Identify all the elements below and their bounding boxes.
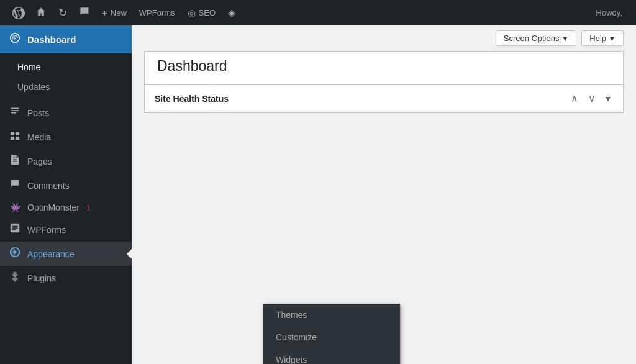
home-icon bbox=[36, 7, 46, 19]
optinmonster-badge: 1 bbox=[87, 204, 91, 211]
site-health-widget: Site Health Status ∧ ∨ ▾ bbox=[145, 84, 623, 112]
adminbar-howdy: Howdy, bbox=[590, 8, 629, 17]
submenu-item-themes[interactable]: Themes bbox=[263, 304, 400, 326]
appearance-submenu: Themes Customize Widgets Menus Backgroun… bbox=[263, 304, 400, 364]
help-arrow-icon: ▼ bbox=[609, 35, 616, 42]
widget-collapse-down-button[interactable]: ∨ bbox=[586, 91, 598, 106]
sidebar-item-posts[interactable]: Posts bbox=[0, 101, 132, 125]
optinmonster-icon: 👾 bbox=[9, 202, 21, 212]
sidebar-item-updates[interactable]: Updates bbox=[0, 77, 132, 97]
adminbar-seo-label: SEO bbox=[199, 8, 216, 17]
page-title: Dashboard bbox=[145, 52, 623, 84]
svg-point-6 bbox=[13, 250, 16, 253]
adminbar-schema[interactable]: ◈ bbox=[222, 0, 242, 25]
widget-controls: ∧ ∨ ▾ bbox=[568, 91, 613, 106]
sidebar-dashboard-label: Dashboard bbox=[27, 34, 76, 45]
widget-collapse-up-button[interactable]: ∧ bbox=[568, 91, 581, 106]
posts-icon bbox=[9, 106, 21, 120]
sidebar-posts-label: Posts bbox=[27, 108, 49, 118]
admin-bar: ↻ + New WPForms ◎ SEO ◈ Howdy, bbox=[0, 0, 636, 25]
sidebar-optinmonster-label: OptinMonster bbox=[27, 202, 80, 212]
pages-icon bbox=[9, 154, 21, 168]
sidebar-item-wpforms[interactable]: WPForms bbox=[0, 217, 132, 242]
adminbar-wpforms-label: WPForms bbox=[139, 8, 175, 17]
dashboard-card: Dashboard Site Health Status ∧ ∨ ▾ bbox=[144, 51, 624, 113]
submenu-item-widgets[interactable]: Widgets bbox=[263, 348, 400, 364]
widget-settings-button[interactable]: ▾ bbox=[603, 91, 613, 106]
sidebar: Dashboard Home Updates Posts Media bbox=[0, 25, 132, 364]
screen-options-arrow-icon: ▼ bbox=[561, 35, 568, 42]
adminbar-updates[interactable]: ↻ bbox=[52, 0, 73, 25]
adminbar-wpforms[interactable]: WPForms bbox=[133, 0, 181, 25]
appearance-icon bbox=[9, 247, 21, 261]
sidebar-pages-label: Pages bbox=[27, 157, 52, 166]
sidebar-media-label: Media bbox=[27, 132, 51, 142]
screen-options-label: Screen Options bbox=[504, 34, 560, 43]
plugins-icon bbox=[9, 271, 21, 285]
sidebar-item-plugins[interactable]: Plugins bbox=[0, 266, 132, 290]
sidebar-item-appearance[interactable]: Appearance bbox=[0, 242, 132, 266]
dropdown-arrow-icon: ▾ bbox=[606, 93, 611, 104]
sidebar-plugins-label: Plugins bbox=[27, 273, 56, 283]
dashboard-icon bbox=[9, 32, 21, 47]
sidebar-item-dashboard[interactable]: Dashboard bbox=[0, 25, 132, 53]
plus-icon: + bbox=[102, 7, 107, 18]
sidebar-comments-label: Comments bbox=[27, 181, 70, 191]
seo-icon: ◎ bbox=[188, 7, 196, 19]
svg-rect-1 bbox=[16, 132, 19, 135]
layout: Dashboard Home Updates Posts Media bbox=[0, 25, 636, 364]
main-content: Screen Options ▼ Help ▼ Dashboard Site H… bbox=[132, 25, 636, 364]
updates-icon: ↻ bbox=[58, 6, 67, 19]
svg-rect-3 bbox=[16, 137, 19, 140]
adminbar-new-label: New bbox=[111, 8, 127, 17]
comments-sidebar-icon bbox=[9, 178, 21, 193]
adminbar-seo[interactable]: ◎ SEO bbox=[181, 0, 222, 25]
schema-icon: ◈ bbox=[228, 7, 235, 19]
sidebar-item-home[interactable]: Home bbox=[0, 57, 132, 77]
down-arrow-icon: ∨ bbox=[588, 93, 596, 104]
comments-icon bbox=[80, 7, 89, 19]
screen-options-button[interactable]: Screen Options ▼ bbox=[496, 30, 577, 46]
sidebar-wpforms-label: WPForms bbox=[27, 225, 66, 235]
media-icon bbox=[9, 130, 21, 144]
adminbar-comments[interactable] bbox=[73, 0, 96, 25]
sidebar-item-comments[interactable]: Comments bbox=[0, 173, 132, 198]
sidebar-item-media[interactable]: Media bbox=[0, 125, 132, 149]
top-bar: Screen Options ▼ Help ▼ bbox=[132, 25, 636, 51]
svg-rect-2 bbox=[11, 137, 14, 140]
sidebar-item-pages[interactable]: Pages bbox=[0, 149, 132, 173]
submenu-arrow bbox=[127, 249, 132, 259]
svg-rect-0 bbox=[11, 132, 14, 135]
wpforms-sidebar-icon bbox=[9, 222, 21, 237]
submenu-item-customize[interactable]: Customize bbox=[263, 326, 400, 348]
adminbar-new[interactable]: + New bbox=[96, 0, 133, 25]
help-button[interactable]: Help ▼ bbox=[581, 30, 624, 46]
adminbar-home[interactable] bbox=[30, 0, 52, 25]
sidebar-updates-label: Updates bbox=[17, 82, 50, 92]
help-label: Help bbox=[589, 34, 606, 43]
sidebar-appearance-label: Appearance bbox=[27, 249, 75, 259]
sidebar-item-optinmonster[interactable]: 👾 OptinMonster 1 bbox=[0, 198, 132, 217]
sidebar-home-label: Home bbox=[17, 62, 40, 72]
wp-logo[interactable] bbox=[7, 0, 30, 25]
up-arrow-icon: ∧ bbox=[571, 93, 578, 104]
widget-title: Site Health Status bbox=[155, 94, 568, 104]
